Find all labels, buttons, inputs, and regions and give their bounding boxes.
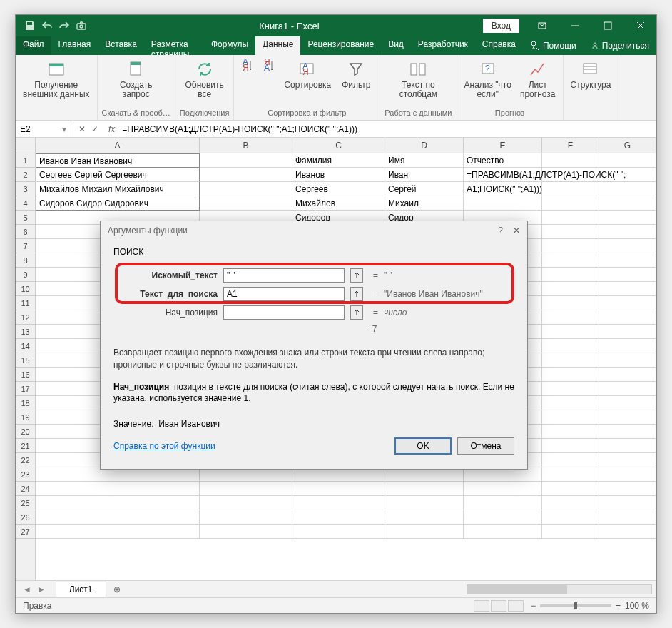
menu-insert[interactable]: Вставка [98,36,144,55]
add-sheet-button[interactable]: ⊕ [106,584,128,594]
zoom-slider[interactable] [540,604,611,607]
menu-developer[interactable]: Разработчик [411,36,475,55]
sort-az-button[interactable]: AЯ [238,58,257,74]
svg-text:Я: Я [243,63,249,72]
view-break-button[interactable] [508,600,524,612]
undo-icon[interactable] [41,20,53,31]
menu-view[interactable]: Вид [381,36,411,55]
menu-review[interactable]: Рецензирование [300,36,381,55]
sheet-tab[interactable]: Лист1 [56,582,106,597]
menu-help[interactable]: Справка [475,36,523,55]
cancel-formula-icon[interactable]: ✕ [78,124,86,134]
tab-next-icon[interactable]: ► [37,584,46,594]
function-description: Возвращает позицию первого вхождения зна… [111,340,517,378]
window-title: Книга1 - Excel [96,21,483,31]
statusbar: Правка − + 100 % [16,597,656,613]
external-data-button[interactable]: Получение внешних данных [20,58,93,101]
zoom-out-button[interactable]: − [531,601,536,611]
menu-tellme[interactable]: Помощи [523,36,584,55]
filter-button[interactable]: Фильтр [337,58,375,91]
minimize-button[interactable] [559,15,591,36]
titlebar: Книга1 - Excel Вход [16,15,656,36]
svg-rect-10 [49,64,63,66]
svg-rect-0 [77,24,86,29]
outline-button[interactable]: Структура [568,58,614,91]
column-headers[interactable]: ABCDEFG [36,138,656,153]
refresh-all-button[interactable]: Обновить все [182,58,226,101]
arg3-label: Нач_позиция [118,308,218,318]
text-to-columns-button[interactable]: Текст по столбцам [397,58,440,101]
confirm-formula-icon[interactable]: ✓ [91,124,98,134]
view-normal-button[interactable] [474,600,489,612]
ribbon-options-icon[interactable] [526,15,558,36]
maximize-button[interactable] [592,15,623,36]
svg-rect-12 [131,62,141,65]
spreadsheet-cells[interactable]: Иванов Иван ИвановичФамилияИмяОтчество С… [36,153,656,539]
ok-button[interactable]: OK [394,437,452,455]
arg1-label: Искомый_текст [118,270,218,280]
menu-data[interactable]: Данные [255,36,300,55]
new-query-button[interactable]: Создать запрос [117,58,156,101]
forecast-button[interactable]: Лист прогноза [517,58,559,101]
svg-rect-20 [411,64,417,75]
dialog-help-icon[interactable]: ? [498,226,503,236]
redo-icon[interactable] [58,20,70,31]
tab-prev-icon[interactable]: ◄ [23,584,31,594]
svg-rect-24 [584,64,596,74]
formula-input[interactable]: =ПРАВСИМВ(A1;ДЛСТР(A1)-ПОИСК(" ";A1;ПОИС… [118,124,656,134]
calc-result: = 7 [118,324,510,334]
svg-point-1 [80,25,83,28]
fx-icon[interactable]: fx [106,124,118,134]
result-value: Значение: Иван Иванович [111,415,517,433]
menu-share[interactable]: Поделиться [584,36,656,55]
save-icon[interactable] [24,20,36,31]
arg2-ref-button[interactable] [350,287,363,301]
menu-home[interactable]: Главная [51,36,98,55]
sort-za-button[interactable]: ЯA [260,58,278,74]
function-arguments-dialog: Аргументы функции ? ✕ ПОИСК Искомый_текс… [100,221,528,470]
zoom-in-button[interactable]: + [616,601,621,611]
sheet-tabs-bar: ◄► Лист1 ⊕ [16,580,656,597]
function-name: ПОИСК [111,245,517,263]
arg2-label: Текст_для_поиска [118,289,218,299]
svg-point-8 [594,43,596,46]
cancel-button[interactable]: Отмена [457,437,514,455]
zoom-level[interactable]: 100 % [625,601,649,611]
arg1-input[interactable] [223,268,345,283]
ribbon: Получение внешних данных Создать запросС… [16,55,656,121]
dialog-title: Аргументы функции [108,226,188,236]
formula-bar: E2▾ ✕ ✓ fx =ПРАВСИМВ(A1;ДЛСТР(A1)-ПОИСК(… [16,121,656,138]
arg3-ref-button[interactable] [350,305,363,320]
arg1-ref-button[interactable] [350,268,363,283]
close-button[interactable] [625,15,656,36]
svg-text:A: A [264,63,270,72]
status-mode: Правка [23,601,52,611]
name-box[interactable]: E2▾ [16,121,71,137]
menu-formulas[interactable]: Формулы [204,36,255,55]
svg-text:Я: Я [302,67,309,77]
horizontal-scrollbar[interactable] [467,584,652,594]
whatif-button[interactable]: ?Анализ "что если" [462,58,514,101]
signin-button[interactable]: Вход [483,19,519,33]
dialog-close-icon[interactable]: ✕ [513,226,520,236]
camera-icon[interactable] [76,20,87,31]
menubar: Файл Главная Вставка Разметка страницы Ф… [16,36,656,55]
svg-text:?: ? [485,64,490,74]
svg-rect-21 [419,64,425,75]
menu-file[interactable]: Файл [16,36,51,55]
sort-button[interactable]: AЯСортировка [281,58,334,91]
function-help-link[interactable]: Справка по этой функции [113,441,215,451]
arg3-input[interactable] [223,305,345,320]
argument-description: Нач_позиция позиция в тексте для поиска … [111,378,517,415]
svg-rect-4 [604,22,611,29]
row-headers[interactable]: 1234567891011121314151617181920212223242… [16,138,36,580]
view-layout-button[interactable] [491,600,506,612]
menu-layout[interactable]: Разметка страницы [144,36,204,55]
svg-point-7 [531,41,536,46]
arg2-input[interactable] [223,287,345,301]
